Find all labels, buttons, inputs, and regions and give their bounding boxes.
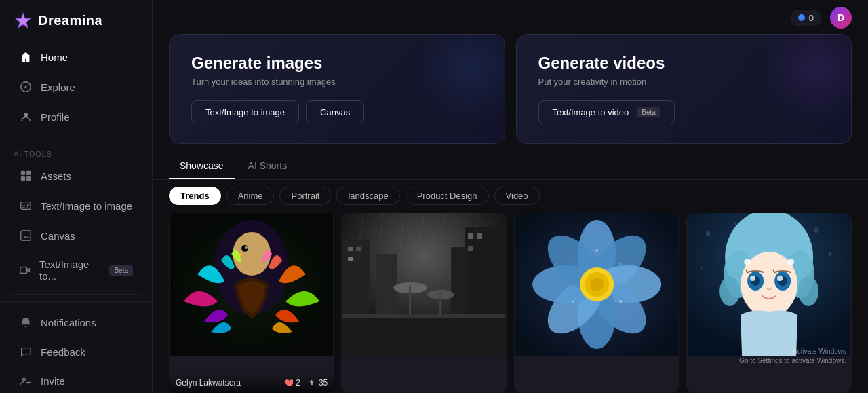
sidebar-home-label: Home	[41, 52, 68, 63]
filter-trends[interactable]: Trends	[169, 187, 221, 205]
sidebar-item-canvas[interactable]: Canvas	[5, 221, 146, 250]
filter-video[interactable]: Video	[494, 187, 540, 205]
sidebar-item-notifications[interactable]: Notifications	[5, 308, 146, 337]
svg-point-17	[245, 246, 248, 249]
video-beta-badge: Beta	[637, 107, 660, 117]
sidebar: Dreamina Home Explore	[0, 0, 153, 393]
main-content: 0 D Generate images Turn your ideas into…	[153, 0, 868, 393]
credits-count: 0	[809, 13, 814, 23]
sidebar-invite-label: Invite	[41, 375, 65, 387]
videos-card-title: Generate videos	[538, 54, 830, 73]
filter-landscape[interactable]: landscape	[336, 187, 399, 205]
flower-image	[514, 213, 679, 356]
dreamina-logo-icon	[14, 11, 33, 30]
text-image-icon	[19, 199, 33, 212]
svg-rect-24	[356, 247, 361, 251]
canvas-icon	[19, 229, 33, 242]
svg-point-12	[22, 378, 26, 381]
text-image-button[interactable]: Text/Image to image	[191, 100, 299, 124]
eagle-shares: 35	[307, 378, 328, 388]
filter-portrait[interactable]: Portrait	[279, 187, 331, 205]
sidebar-item-text-image[interactable]: Text/Image to image	[5, 191, 146, 220]
svg-rect-10	[21, 231, 31, 240]
home-icon	[19, 50, 33, 64]
tab-ai-shorts[interactable]: AI Shorts	[237, 155, 298, 179]
text-video-label: Text/Image to video	[553, 107, 629, 117]
avatar[interactable]: D	[830, 7, 852, 29]
sidebar-feedback-label: Feedback	[41, 346, 85, 358]
sidebar-item-assets[interactable]: Assets	[5, 162, 146, 190]
avatar-initial: D	[837, 12, 844, 23]
svg-point-76	[787, 259, 794, 265]
filter-anime[interactable]: Anime	[226, 187, 275, 205]
sidebar-navigation: Home Explore Profile AI tools	[0, 39, 152, 301]
svg-point-73	[750, 276, 755, 281]
share-icon	[307, 379, 316, 388]
hero-section: Generate images Turn your ideas into stu…	[153, 34, 868, 155]
svg-point-53	[595, 249, 598, 252]
svg-point-75	[744, 259, 751, 265]
sidebar-item-profile[interactable]: Profile	[5, 102, 146, 131]
eagle-image	[169, 213, 334, 356]
sidebar-item-text-video[interactable]: Text/Image to... Beta	[5, 251, 146, 289]
nav-divider-2	[11, 294, 141, 295]
svg-point-56	[619, 300, 622, 303]
assets-icon	[19, 169, 33, 183]
sidebar-video-label: Text/Image to...	[39, 259, 98, 282]
sidebar-profile-label: Profile	[41, 111, 70, 123]
sidebar-item-explore[interactable]: Explore	[5, 73, 146, 101]
feedback-icon	[19, 345, 33, 358]
svg-point-55	[572, 301, 574, 303]
generate-videos-card: Generate videos Put your creativity in m…	[516, 34, 852, 144]
svg-rect-34	[439, 293, 441, 315]
svg-rect-32	[409, 286, 411, 314]
svg-rect-7	[26, 176, 31, 181]
svg-point-61	[828, 252, 831, 256]
sidebar-item-home[interactable]: Home	[5, 43, 146, 71]
sidebar-explore-label: Explore	[41, 81, 75, 93]
svg-point-66	[719, 276, 740, 306]
svg-point-74	[777, 276, 783, 281]
gallery-item-flower[interactable]	[514, 213, 679, 393]
sidebar-notifications-label: Notifications	[41, 317, 96, 329]
images-card-buttons: Text/Image to image Canvas	[191, 100, 483, 124]
svg-point-52	[590, 278, 604, 291]
watermark-line2: Go to Settings to activate Windows.	[739, 356, 846, 366]
street-image	[341, 213, 507, 356]
heart-icon	[284, 379, 293, 388]
explore-icon	[19, 80, 33, 94]
gallery-item-eagle[interactable]: Gelyn Lakwatsera 2 35	[169, 213, 334, 393]
credits-display: 0	[790, 10, 822, 26]
videos-card-buttons: Text/Image to video Beta	[538, 100, 830, 124]
svg-point-60	[814, 227, 819, 233]
videos-card-subtitle: Put your creativity in motion	[538, 77, 830, 87]
text-video-button[interactable]: Text/Image to video Beta	[538, 100, 675, 124]
canvas-button[interactable]: Canvas	[306, 100, 364, 124]
svg-point-67	[798, 276, 818, 306]
svg-rect-4	[21, 171, 25, 175]
images-card-subtitle: Turn your ideas into stunning images	[191, 77, 483, 87]
svg-rect-27	[477, 233, 482, 239]
filter-product-design[interactable]: Product Design	[406, 187, 489, 205]
eagle-footer: Gelyn Lakwatsera 2 35	[169, 373, 334, 393]
sidebar-assets-label: Assets	[41, 170, 71, 182]
sidebar-canvas-label: Canvas	[41, 230, 75, 242]
app-name: Dreamina	[38, 13, 102, 29]
svg-rect-6	[21, 176, 25, 181]
sidebar-item-invite[interactable]: Invite	[5, 367, 146, 393]
tab-showcase[interactable]: Showcase	[169, 155, 235, 179]
svg-point-54	[619, 263, 621, 265]
gallery-item-anime[interactable]: Activate Windows Go to Settings to activ…	[686, 213, 852, 393]
sidebar-text-image-label: Text/Image to image	[41, 200, 132, 212]
svg-rect-25	[348, 257, 353, 261]
eagle-stats: 2 35	[284, 378, 328, 388]
svg-point-3	[24, 113, 28, 117]
filter-row: Trends Anime Portrait landscape Product …	[153, 187, 868, 213]
gallery-item-street[interactable]	[341, 213, 507, 393]
video-icon	[19, 263, 31, 277]
svg-point-58	[706, 231, 710, 236]
sidebar-item-feedback[interactable]: Feedback	[5, 337, 146, 366]
sidebar-bottom: Notifications Feedback Invite	[0, 301, 152, 393]
eagle-author: Gelyn Lakwatsera	[176, 378, 241, 388]
bell-icon	[19, 316, 33, 329]
